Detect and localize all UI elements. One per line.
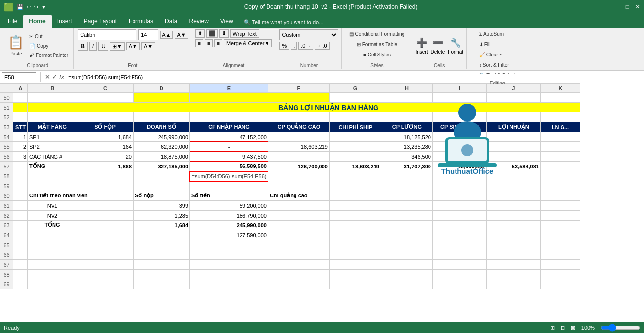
cell-g66[interactable] <box>329 250 381 260</box>
delete-label[interactable]: Delete <box>430 49 445 55</box>
cell-a59[interactable] <box>13 181 28 191</box>
col-header-h[interactable]: H <box>381 84 432 93</box>
clear-button[interactable]: 🧹 Clear ~ <box>477 50 505 59</box>
copy-button[interactable]: 📄 Copy <box>27 41 70 50</box>
cell-g65[interactable] <box>329 240 381 250</box>
tab-page-layout[interactable]: Page Layout <box>78 15 123 28</box>
font-family-input[interactable] <box>78 29 136 40</box>
cell-k58[interactable] <box>540 171 580 181</box>
cell-e64[interactable]: 127,590,000 <box>190 230 268 240</box>
cell-a67[interactable] <box>13 260 28 270</box>
cell-f64[interactable] <box>268 230 329 240</box>
underline-button[interactable]: U <box>98 42 108 51</box>
cell-c65[interactable] <box>77 240 134 250</box>
col-header-k[interactable]: K <box>540 84 580 93</box>
cell-f59[interactable] <box>268 181 329 191</box>
tab-file[interactable]: File <box>2 15 23 28</box>
cell-f56[interactable] <box>268 152 329 162</box>
paste-button[interactable]: 📋 Paste <box>5 31 27 60</box>
conditional-formatting-button[interactable]: ▤ Conditional Formatting <box>348 29 407 38</box>
cell-k53[interactable]: LN G... <box>540 122 580 132</box>
cell-d50[interactable] <box>134 93 190 103</box>
cell-a63[interactable] <box>13 221 28 230</box>
save-icon[interactable]: 💾 <box>17 4 24 10</box>
col-header-i[interactable]: I <box>432 84 486 93</box>
cell-k63[interactable] <box>540 221 580 230</box>
col-header-e[interactable]: E <box>190 84 268 93</box>
cell-f60[interactable]: Chi quảng cáo <box>268 191 329 201</box>
cell-i68[interactable] <box>432 270 486 279</box>
format-painter-button[interactable]: 🖌 Format Painter <box>27 51 70 59</box>
tab-view[interactable]: View <box>215 15 239 28</box>
cell-k50[interactable] <box>540 93 580 103</box>
tab-formulas[interactable]: Formulas <box>123 15 159 28</box>
cell-g68[interactable] <box>329 270 381 279</box>
cell-b56[interactable]: CÁC HÀNG # <box>28 152 77 162</box>
cell-reference-box[interactable]: E58 <box>2 72 36 82</box>
cell-d61[interactable]: 399 <box>134 201 190 211</box>
comma-button[interactable]: , <box>291 42 297 50</box>
cell-g62[interactable] <box>329 211 381 221</box>
cell-b66[interactable] <box>28 250 77 260</box>
cell-g56[interactable] <box>329 152 381 162</box>
increase-decimal-button[interactable]: .0→ <box>298 42 313 50</box>
cell-c67[interactable] <box>77 260 134 270</box>
align-top-button[interactable]: ⬆ <box>195 29 205 38</box>
cell-b51[interactable] <box>28 103 77 112</box>
cell-k60[interactable] <box>540 191 580 201</box>
tab-home[interactable]: Home <box>23 15 51 28</box>
cell-b62[interactable]: NV2 <box>28 211 77 221</box>
format-label[interactable]: Format <box>448 49 463 55</box>
cell-j62[interactable] <box>486 211 540 221</box>
cell-g61[interactable] <box>329 201 381 211</box>
font-color-button[interactable]: A▼ <box>141 42 155 50</box>
cell-b53[interactable]: MẶT HÀNG <box>28 122 77 132</box>
cell-a54[interactable]: 1 <box>13 132 28 142</box>
percent-button[interactable]: % <box>279 42 289 50</box>
cell-k65[interactable] <box>540 240 580 250</box>
cell-g60[interactable] <box>329 191 381 201</box>
col-header-d[interactable]: D <box>134 84 190 93</box>
cell-h66[interactable] <box>381 250 432 260</box>
cell-g53[interactable]: CHI PHÍ SHIP <box>329 122 381 132</box>
tab-data[interactable]: Data <box>159 15 183 28</box>
cell-j65[interactable] <box>486 240 540 250</box>
cell-e68[interactable] <box>190 270 268 279</box>
cell-d59[interactable] <box>134 181 190 191</box>
cell-e53[interactable]: CP NHẬP HÀNG <box>190 122 268 132</box>
cell-j63[interactable] <box>486 221 540 230</box>
cell-h61[interactable] <box>381 201 432 211</box>
cell-k54[interactable] <box>540 132 580 142</box>
cell-c63[interactable] <box>77 221 134 230</box>
zoom-slider[interactable] <box>601 324 640 332</box>
confirm-formula-button[interactable]: ✓ <box>52 73 57 81</box>
cell-d58[interactable] <box>134 171 190 181</box>
view-page-layout-button[interactable]: ⊟ <box>561 325 565 331</box>
cell-d64[interactable] <box>134 230 190 240</box>
cell-b58[interactable] <box>28 171 77 181</box>
cell-a55[interactable]: 2 <box>13 142 28 152</box>
cell-h64[interactable] <box>381 230 432 240</box>
cell-f68[interactable] <box>268 270 329 279</box>
cell-g64[interactable] <box>329 230 381 240</box>
cell-b54[interactable]: SP1 <box>28 132 77 142</box>
cell-e65[interactable] <box>190 240 268 250</box>
cell-e62[interactable]: 186,790,000 <box>190 211 268 221</box>
cell-d52[interactable] <box>134 112 190 122</box>
cell-d66[interactable] <box>134 250 190 260</box>
cell-a56[interactable]: 3 <box>13 152 28 162</box>
cell-k55[interactable] <box>540 142 580 152</box>
cell-g67[interactable] <box>329 260 381 270</box>
cell-e57[interactable]: 56,589,500 <box>190 162 268 171</box>
cell-d55[interactable]: 62,320,000 <box>134 142 190 152</box>
cell-i59[interactable] <box>432 181 486 191</box>
cell-k52[interactable] <box>540 112 580 122</box>
view-normal-button[interactable]: ⊞ <box>550 325 555 331</box>
cell-a51[interactable] <box>13 103 28 112</box>
cell-b64[interactable] <box>28 230 77 240</box>
cell-c50[interactable] <box>77 93 134 103</box>
redo-icon[interactable]: ↪ <box>34 4 38 10</box>
cell-a68[interactable] <box>13 270 28 279</box>
cell-k67[interactable] <box>540 260 580 270</box>
fill-color-button[interactable]: A▼ <box>126 42 140 50</box>
